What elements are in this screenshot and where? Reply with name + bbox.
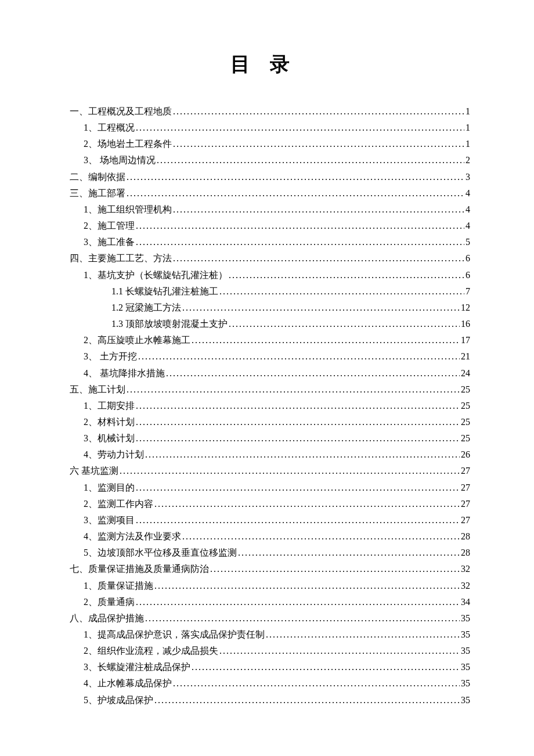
toc-entry: 五、施工计划25 — [70, 381, 470, 398]
toc-entry-dots — [127, 185, 464, 201]
toc-entry-page: 28 — [461, 528, 470, 545]
toc-entry: 2、质量通病 34 — [70, 594, 470, 610]
toc-entry-dots — [127, 381, 460, 398]
toc-entry-dots — [229, 267, 464, 283]
toc-entry-dots — [173, 250, 464, 267]
toc-entry-label: 3、长螺旋灌注桩成品保护 — [84, 659, 190, 675]
toc-entry-dots — [166, 365, 460, 381]
toc-entry-dots — [136, 398, 460, 414]
toc-entry-page: 4 — [466, 218, 470, 234]
toc-entry-label: 4、监测方法及作业要求 — [84, 528, 181, 545]
toc-entry-label: 五、施工计划 — [70, 381, 125, 398]
toc-entry-page: 27 — [461, 463, 470, 479]
toc-entry-dots — [136, 594, 460, 610]
toc-entry-label: 一、工程概况及工程地质 — [70, 103, 172, 120]
toc-entry-label: 2、场地岩土工程条件 — [84, 136, 172, 152]
toc-entry: 3、施工准备 5 — [70, 234, 470, 250]
toc-entry-page: 34 — [461, 594, 470, 610]
toc-entry-page: 4 — [466, 201, 470, 218]
toc-entry-page: 1 — [466, 136, 470, 152]
toc-entry-dots — [136, 218, 464, 234]
toc-entry: 六 基坑监测27 — [70, 463, 470, 479]
toc-entry-dots — [192, 659, 460, 675]
toc-entry-label: 1、施工组织管理机构 — [84, 201, 172, 218]
toc-entry: 三、施工部署4 — [70, 185, 470, 201]
toc-entry-label: 4、劳动力计划 — [84, 447, 144, 463]
toc-entry: 1、工期安排 25 — [70, 398, 470, 414]
toc-entry-page: 2 — [466, 152, 470, 168]
toc-entry: 1、工程概况 1 — [70, 120, 470, 136]
toc-entry-label: 2、材料计划 — [84, 414, 135, 430]
toc-entry-dots — [136, 512, 460, 528]
toc-entry-page: 35 — [461, 659, 470, 675]
toc-entry: 1、提高成品保护意识，落实成品保护责任制 35 — [70, 627, 470, 643]
toc-entry-dots — [219, 643, 460, 659]
toc-entry: 4、 基坑降排水措施24 — [70, 365, 470, 381]
toc-entry-dots — [138, 348, 460, 365]
toc-entry-page: 17 — [461, 332, 470, 348]
toc-entry: 2、材料计划 25 — [70, 414, 470, 430]
toc-entry-dots — [120, 463, 460, 479]
toc-entry: 1、施工组织管理机构 4 — [70, 201, 470, 218]
toc-entry-page: 21 — [461, 348, 470, 365]
toc-entry-label: 3、监测项目 — [84, 512, 135, 528]
toc-entry-dots — [154, 692, 460, 708]
toc-entry-label: 1.2 冠梁施工方法 — [111, 300, 181, 316]
toc-entry-label: 2、组织作业流程，减少成品损失 — [84, 643, 218, 659]
toc-entry: 1、基坑支护（长螺旋钻孔灌注桩） 6 — [70, 267, 470, 283]
toc-entry-label: 3、施工准备 — [84, 234, 135, 250]
toc-entry-label: 1、工期安排 — [84, 398, 135, 414]
toc-entry: 2、高压旋喷止水帷幕施工 17 — [70, 332, 470, 348]
toc-entry-page: 25 — [461, 430, 470, 447]
toc-entry-label: 四、主要施工工艺、方法 — [70, 250, 172, 267]
toc-entry-page: 4 — [466, 185, 470, 201]
toc-entry: 4、止水帷幕成品保护 35 — [70, 675, 470, 692]
toc-entry-page: 5 — [466, 234, 470, 250]
toc-entry: 2、施工管理 4 — [70, 218, 470, 234]
toc-entry-label: 5、护坡成品保护 — [84, 692, 153, 708]
toc-entry-page: 25 — [461, 381, 470, 398]
toc-entry: 1.3 顶部放坡喷射混凝土支护16 — [70, 316, 470, 332]
toc-entry: 5、边坡顶部水平位移及垂直位移监测 28 — [70, 545, 470, 561]
toc-entry-dots — [192, 332, 460, 348]
toc-entry-label: 5、边坡顶部水平位移及垂直位移监测 — [84, 545, 237, 561]
toc-entry: 3、 场地周边情况2 — [70, 152, 470, 168]
toc-entry-page: 24 — [461, 365, 470, 381]
toc-entry-label: 1、提高成品保护意识，落实成品保护责任制 — [84, 627, 265, 643]
table-of-contents: 一、工程概况及工程地质11、工程概况 12、场地岩土工程条件 13、 场地周边情… — [70, 103, 470, 708]
toc-entry-dots — [157, 152, 464, 168]
toc-entry: 七、质量保证措施及质量通病防治32 — [70, 561, 470, 577]
toc-entry-dots — [173, 201, 464, 218]
toc-entry-dots — [266, 627, 460, 643]
toc-entry-dots — [145, 447, 460, 463]
toc-entry-page: 25 — [461, 414, 470, 430]
toc-entry-label: 三、施工部署 — [70, 185, 125, 201]
toc-entry: 1.2 冠梁施工方法12 — [70, 300, 470, 316]
toc-entry: 1.1 长螺旋钻孔灌注桩施工7 — [70, 283, 470, 300]
toc-entry: 2、组织作业流程，减少成品损失 35 — [70, 643, 470, 659]
page-title: 目录 — [70, 51, 470, 78]
toc-entry-page: 6 — [466, 250, 470, 267]
toc-entry: 四、主要施工工艺、方法6 — [70, 250, 470, 267]
toc-entry-page: 35 — [461, 675, 470, 692]
toc-entry-page: 35 — [461, 643, 470, 659]
toc-entry: 5、护坡成品保护 35 — [70, 692, 470, 708]
toc-entry: 3、长螺旋灌注桩成品保护 35 — [70, 659, 470, 675]
toc-entry-dots — [173, 136, 464, 152]
toc-entry: 2、监测工作内容 27 — [70, 496, 470, 512]
toc-entry-page: 35 — [461, 627, 470, 643]
toc-entry-dots — [136, 480, 460, 496]
toc-entry: 一、工程概况及工程地质1 — [70, 103, 470, 120]
toc-entry-label: 1.1 长螺旋钻孔灌注桩施工 — [111, 283, 218, 300]
toc-entry-dots — [154, 496, 460, 512]
toc-entry-page: 35 — [461, 610, 470, 627]
toc-entry-page: 27 — [461, 480, 470, 496]
toc-entry-label: 3、 土方开挖 — [84, 348, 137, 365]
toc-entry: 3、监测项目 27 — [70, 512, 470, 528]
toc-entry: 八、成品保护措施35 — [70, 610, 470, 627]
toc-entry: 2、场地岩土工程条件 1 — [70, 136, 470, 152]
toc-entry-page: 12 — [461, 300, 470, 316]
toc-entry-label: 3、机械计划 — [84, 430, 135, 447]
toc-entry-label: 六 基坑监测 — [70, 463, 118, 479]
toc-entry: 二、编制依据3 — [70, 169, 470, 185]
